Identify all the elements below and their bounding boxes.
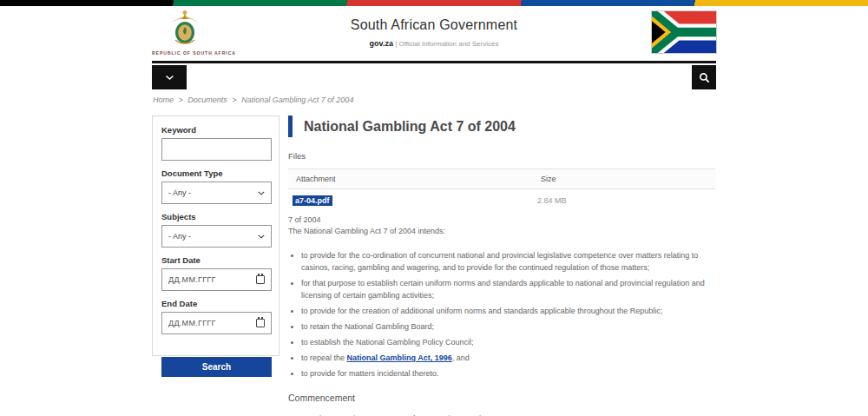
- list-item: to provide for the creation of additiona…: [301, 305, 715, 317]
- govza-brand: gov.za: [370, 39, 393, 48]
- calendar-icon: [256, 275, 265, 284]
- south-africa-flag: [651, 10, 717, 54]
- document-type-value: - Any -: [168, 188, 191, 197]
- end-date-label: End Date: [161, 299, 270, 308]
- subjects-label: Subjects: [161, 212, 270, 221]
- repeal-text-pre: to repeal the: [301, 353, 347, 362]
- national-gambling-act-1996-link[interactable]: National Gambling Act, 1996: [347, 353, 452, 362]
- chevron-down-icon: [165, 75, 174, 81]
- document-type-label: Document Type: [161, 168, 270, 178]
- act-number-subtitle: 7 of 2004: [288, 215, 715, 226]
- files-section-label: Files: [288, 151, 715, 161]
- search-toggle-button[interactable]: [692, 65, 716, 89]
- start-date-label: Start Date: [161, 255, 270, 265]
- search-button[interactable]: Search: [161, 357, 272, 377]
- breadcrumb-separator: >: [179, 96, 183, 104]
- list-item: to retain the National Gambling Board;: [301, 320, 715, 333]
- list-item: to provide for matters incidental theret…: [301, 367, 715, 380]
- list-item: to provide for the co-ordination of conc…: [301, 249, 715, 274]
- start-date-placeholder: ДД.ММ.ГГГГ: [168, 275, 216, 284]
- site-tagline: gov.za | Official Information and Servic…: [152, 39, 716, 48]
- document-type-select[interactable]: - Any -: [161, 182, 272, 204]
- calendar-icon: [256, 319, 265, 327]
- search-icon: [699, 72, 710, 83]
- breadcrumb-home-link[interactable]: Home: [153, 96, 174, 104]
- site-title: South African Government: [152, 17, 716, 33]
- menu-toggle-button[interactable]: [152, 65, 187, 89]
- breadcrumb-separator: >: [232, 96, 236, 104]
- list-item: for that purpose to establish certain un…: [301, 277, 715, 301]
- keyword-input[interactable]: [161, 138, 272, 161]
- act-purpose-list: to provide for the co-ordination of conc…: [293, 249, 715, 380]
- size-column-header: Size: [533, 169, 715, 189]
- list-item: to repeal the National Gambling Act, 199…: [301, 352, 715, 364]
- files-table: Attachment Size a7-04.pdf 2.84 MB: [288, 168, 715, 210]
- title-accent-bar: [288, 116, 293, 137]
- list-item: to establish the National Gambling Polic…: [301, 336, 715, 348]
- commencement-heading: Commencement: [288, 393, 715, 403]
- brand-color-stripe: [0, 0, 868, 6]
- table-row: a7-04.pdf 2.84 MB: [288, 189, 715, 211]
- main-content: National Gambling Act 7 of 2004 Files At…: [288, 116, 715, 416]
- end-date-input[interactable]: ДД.ММ.ГГГГ: [161, 312, 272, 334]
- search-filter-panel: Keyword Document Type - Any - Subjects -…: [152, 116, 279, 356]
- nav-bar-rule: [152, 61, 716, 63]
- breadcrumb: Home > Documents > National Gambling Act…: [153, 96, 353, 104]
- end-date-placeholder: ДД.ММ.ГГГГ: [168, 319, 216, 327]
- site-header: South African Government gov.za | Offici…: [152, 17, 716, 48]
- act-intro: The National Gambling Act 7 of 2004 inte…: [288, 226, 715, 237]
- file-size: 2.84 MB: [537, 196, 567, 205]
- attachment-column-header: Attachment: [288, 169, 533, 189]
- chevron-down-icon: [258, 191, 265, 195]
- tagline-text: Official Information and Services: [398, 40, 498, 48]
- start-date-input[interactable]: ДД.ММ.ГГГГ: [161, 268, 272, 291]
- breadcrumb-current: National Gambling Act 7 of 2004: [241, 96, 353, 104]
- emblem-caption: REPUBLIC OF SOUTH AFRICA: [152, 50, 218, 56]
- chevron-down-icon: [258, 234, 265, 239]
- attachment-pdf-link[interactable]: a7-04.pdf: [293, 195, 332, 206]
- subjects-select[interactable]: - Any -: [161, 225, 272, 248]
- repeal-text-post: , and: [452, 353, 470, 362]
- keyword-label: Keyword: [161, 125, 270, 135]
- subjects-value: - Any -: [168, 232, 191, 241]
- flag-icon: [652, 11, 716, 53]
- page-title: National Gambling Act 7 of 2004: [304, 119, 516, 135]
- breadcrumb-documents-link[interactable]: Documents: [187, 96, 227, 104]
- tagline-separator: |: [395, 40, 397, 48]
- page: REPUBLIC OF SOUTH AFRICA South African G…: [0, 0, 868, 416]
